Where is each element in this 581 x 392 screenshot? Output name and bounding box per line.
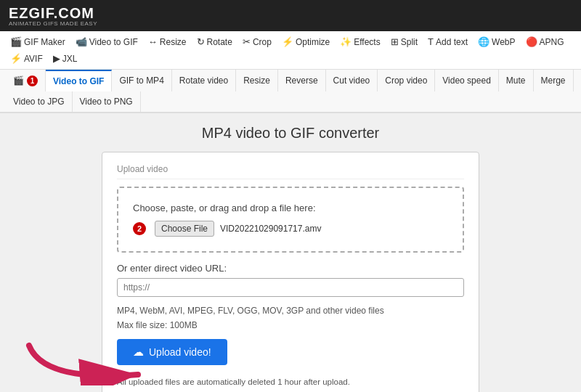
nav-label-add-text: Add text <box>436 37 468 47</box>
top-nav-item-add-text[interactable]: TAdd text <box>423 34 472 49</box>
sub-nav-label-video-to-png: Video to PNG <box>80 97 133 107</box>
logo-text: EZGIF.COM <box>9 5 94 21</box>
selected-file-name: VID20221029091717.amv <box>220 224 321 234</box>
nav-label-effects: Effects <box>354 37 380 47</box>
sub-nav-label-crop-video: Crop video <box>385 75 427 86</box>
logo-sub: ANIMATED GIFS MADE EASY <box>9 20 97 27</box>
sub-nav-item-gif-to-mp4[interactable]: GIF to MP4 <box>112 70 171 91</box>
nav-icon-optimize: ⚡ <box>282 36 293 47</box>
file-types-text: MP4, WebM, AVI, MPEG, FLV, OGG, MOV, 3GP… <box>117 304 464 317</box>
logo: EZGIF.COM ANIMATED GIFS MADE EASY <box>9 6 97 27</box>
sub-nav-item-crop-video[interactable]: Crop video <box>378 70 435 91</box>
upload-section-label: Upload video <box>117 164 464 179</box>
file-input-row: 2 Choose File VID20221029091717.amv <box>133 221 448 237</box>
sub-nav-item-resize-video[interactable]: Resize <box>236 70 278 91</box>
nav-icon-video-to-gif: 📹 <box>76 36 87 47</box>
top-nav-item-avif[interactable]: ⚡AVIF <box>6 51 47 66</box>
top-nav-item-webp[interactable]: 🌐WebP <box>474 34 519 49</box>
drop-zone-label: Choose, paste, or drag and drop a file h… <box>133 203 316 213</box>
nav-icon-crop: ✂ <box>243 36 251 47</box>
sub-nav-item-video-to-png[interactable]: Video to PNG <box>73 91 141 112</box>
nav-label-avif: AVIF <box>24 54 43 64</box>
nav-label-video-to-gif: Video to GIF <box>89 37 138 47</box>
file-step-badge: 2 <box>133 222 146 235</box>
nav-label-gif-maker: GIF Maker <box>24 37 65 47</box>
header: EZGIF.COM ANIMATED GIFS MADE EASY <box>0 0 581 31</box>
sub-nav: 🎬1Video to GIFGIF to MP4Rotate videoResi… <box>0 70 581 113</box>
sub-nav-label-reverse-video: Reverse <box>285 75 318 86</box>
nav-icon-resize: ↔ <box>148 36 158 47</box>
top-nav-item-crop[interactable]: ✂Crop <box>238 34 276 49</box>
max-size-text: Max file size: 100MB <box>117 320 464 330</box>
sub-nav-label-cut-video: Cut video <box>333 75 370 86</box>
top-nav-item-effects[interactable]: ✨Effects <box>336 34 384 49</box>
nav-icon-jxl: ▶ <box>53 53 60 64</box>
sub-nav-label-resize-video: Resize <box>243 75 270 86</box>
nav-label-resize: Resize <box>160 37 187 47</box>
drop-zone-text: Choose, paste, or drag and drop a file h… <box>133 203 448 213</box>
nav-icon-webp: 🌐 <box>478 36 489 47</box>
film-icon: 🎬 <box>13 75 24 86</box>
drop-zone[interactable]: Choose, paste, or drag and drop a file h… <box>117 187 464 253</box>
sub-nav-label-video-to-jpg: Video to JPG <box>13 97 65 107</box>
sub-nav-item-video-speed[interactable]: Video speed <box>435 70 499 91</box>
sub-nav-item-video-to-gif[interactable]: Video to GIF <box>46 70 112 91</box>
sub-nav-film-icon[interactable]: 🎬1 <box>6 70 46 91</box>
top-nav-item-rotate[interactable]: ↻Rotate <box>192 34 237 49</box>
nav-icon-add-text: T <box>428 36 434 47</box>
choose-file-button[interactable]: Choose File <box>155 221 214 237</box>
top-nav-item-apng[interactable]: 🔴APNG <box>521 34 569 49</box>
nav-icon-effects: ✨ <box>340 36 352 47</box>
sub-nav-label-video-speed: Video speed <box>442 75 491 86</box>
sub-nav-label-mute-video: Mute <box>506 75 526 86</box>
top-nav-item-jxl[interactable]: ▶JXL <box>49 51 82 66</box>
url-label: Or enter direct video URL: <box>117 263 464 274</box>
nav-label-rotate: Rotate <box>207 37 232 47</box>
sub-nav-item-merge-video[interactable]: Merge <box>534 70 574 91</box>
sub-nav-item-video-to-jpg[interactable]: Video to JPG <box>6 91 73 112</box>
main-content: MP4 video to GIF converter Upload video … <box>0 113 581 392</box>
top-nav-item-resize[interactable]: ↔Resize <box>144 34 191 49</box>
nav-icon-rotate: ↻ <box>197 36 205 47</box>
nav-icon-apng: 🔴 <box>526 36 537 47</box>
nav-label-apng: APNG <box>540 37 564 47</box>
nav-label-split: Split <box>401 37 418 47</box>
nav-label-crop: Crop <box>253 37 272 47</box>
sub-nav-item-rotate-video[interactable]: Rotate video <box>172 70 236 91</box>
nav-icon-avif: ⚡ <box>10 53 22 64</box>
sub-nav-label-video-to-gif: Video to GIF <box>53 76 104 86</box>
nav-label-jxl: JXL <box>62 54 78 64</box>
page-title: MP4 video to GIF converter <box>15 125 566 142</box>
top-nav-item-split[interactable]: ⊞Split <box>386 34 422 49</box>
sub-nav-label-gif-to-mp4: GIF to MP4 <box>119 75 163 86</box>
sub-nav-badge: 1 <box>27 75 38 86</box>
disclaimer: All uploaded files are automatically del… <box>117 375 464 392</box>
top-nav-item-gif-maker[interactable]: 🎬GIF Maker <box>6 34 70 49</box>
top-nav-item-optimize[interactable]: ⚡Optimize <box>277 34 334 49</box>
top-nav: 🎬GIF Maker📹Video to GIF↔Resize↻Rotate✂Cr… <box>0 31 581 70</box>
nav-label-webp: WebP <box>492 37 515 47</box>
top-nav-item-video-to-gif[interactable]: 📹Video to GIF <box>71 34 142 49</box>
nav-icon-split: ⊞ <box>391 36 399 47</box>
nav-icon-gif-maker: 🎬 <box>10 36 22 47</box>
sub-nav-label-merge-video: Merge <box>541 75 566 86</box>
arrow-decoration <box>22 338 160 388</box>
sub-nav-item-reverse-video[interactable]: Reverse <box>278 70 326 91</box>
url-input[interactable] <box>117 278 464 297</box>
nav-label-optimize: Optimize <box>296 37 330 47</box>
sub-nav-label-rotate-video: Rotate video <box>179 75 228 86</box>
sub-nav-item-cut-video[interactable]: Cut video <box>326 70 378 91</box>
sub-nav-item-mute-video[interactable]: Mute <box>499 70 534 91</box>
